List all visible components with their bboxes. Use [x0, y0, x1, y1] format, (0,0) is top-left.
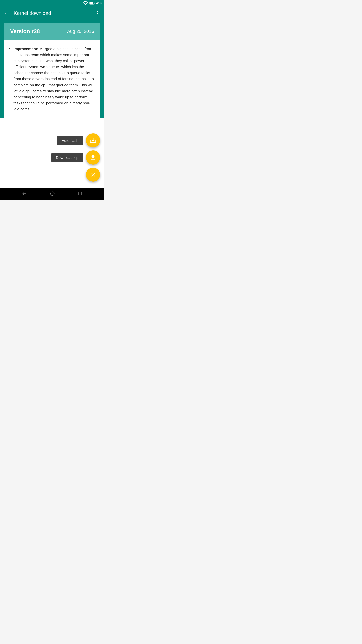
svg-point-3 [51, 192, 54, 196]
download-zip-label: Download zip [51, 153, 83, 162]
close-button[interactable] [86, 168, 100, 182]
status-bar: 4:36 [0, 0, 104, 6]
bullet-dot: • [9, 46, 11, 51]
back-button[interactable]: ← [4, 10, 10, 16]
download-zip-button[interactable] [86, 150, 100, 165]
main-content: Version r28 Aug 20, 2016 • Improvement! … [0, 20, 104, 118]
auto-flash-button[interactable] [86, 133, 100, 147]
status-time: 4:36 [96, 1, 102, 5]
nav-home-icon[interactable] [50, 191, 55, 196]
date-label: Aug 20, 2016 [67, 29, 94, 34]
battery-icon [89, 2, 95, 5]
download-zip-row: Download zip [51, 150, 100, 165]
bullet-text: Improvement! Merged a big ass patchset f… [14, 46, 95, 112]
card-header: Version r28 Aug 20, 2016 [4, 23, 100, 40]
auto-flash-label: Auto flash [57, 136, 83, 145]
svg-rect-1 [94, 3, 94, 4]
svg-rect-4 [79, 192, 82, 195]
nav-back-icon[interactable] [22, 191, 27, 196]
nav-recents-icon[interactable] [78, 191, 82, 196]
status-icons [82, 0, 95, 6]
bullet-item: • Improvement! Merged a big ass patchset… [9, 46, 95, 112]
nav-bar [0, 188, 104, 200]
auto-flash-row: Auto flash [57, 133, 100, 147]
close-row [86, 168, 100, 182]
close-icon [90, 171, 96, 178]
more-options-button[interactable]: ⋮ [95, 10, 100, 16]
download-icon [90, 154, 96, 161]
svg-rect-2 [90, 2, 93, 4]
auto-flash-icon [90, 137, 96, 144]
card-body: • Improvement! Merged a big ass patchset… [4, 40, 100, 118]
bottom-section: Auto flash Download zip [0, 118, 104, 188]
app-bar: ← Kernel download ⋮ [0, 6, 104, 20]
action-buttons: Auto flash Download zip [4, 123, 100, 182]
page-title: Kernel download [14, 10, 91, 16]
version-label: Version r28 [10, 28, 40, 35]
wifi-icon [82, 0, 88, 6]
bullet-label: Improvement! [14, 47, 38, 51]
kernel-card: Version r28 Aug 20, 2016 • Improvement! … [4, 23, 100, 118]
